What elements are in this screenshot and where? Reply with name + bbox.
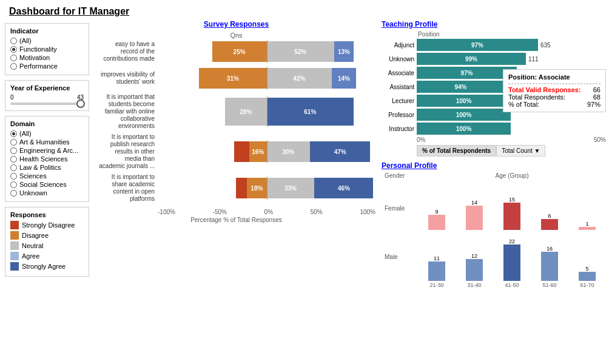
teaching-section: Teaching Profile Position Adjunct 97% 63…	[382, 20, 606, 157]
domain-all[interactable]: (All)	[10, 130, 84, 137]
tab-pct-respondents[interactable]: % of Total Respondents	[417, 145, 496, 157]
domain-social[interactable]: Social Sciences	[10, 181, 84, 188]
year-experience-title: Year of Experience	[10, 84, 84, 92]
radio-law[interactable]	[10, 164, 17, 171]
indicator-option-performance[interactable]: Performance	[10, 62, 84, 70]
tooltip-valid-label: Total Valid Responses:	[508, 86, 581, 93]
domain-unknown[interactable]: Unknown	[10, 189, 84, 197]
radio-performance[interactable]	[10, 63, 17, 70]
radio-all[interactable]	[10, 38, 17, 44]
q2-label: improves visibility of students' work	[97, 71, 158, 86]
q3-label: It is important that students become fam…	[97, 93, 158, 130]
indicator-option-motivation[interactable]: Motivation	[10, 54, 84, 61]
q3-bar: 28% 61%	[158, 96, 375, 127]
female-bar-31: 14	[466, 200, 483, 230]
responses-legend: Responses Strongly Disagree Disagree Neu…	[5, 207, 89, 277]
indicator-option-functionality[interactable]: Functionality	[10, 46, 84, 53]
age-x-labels: 21-30 31-40 41-50 51-60 61-70	[418, 282, 606, 288]
year-of-experience-filter: Year of Experience 0 43	[5, 80, 89, 111]
male-bar-51: 16	[541, 246, 558, 281]
t-row-adjunct: Adjunct 97% 635	[382, 39, 606, 51]
radio-functionality[interactable]	[10, 46, 17, 53]
male-bars: 11 12 22 16	[418, 232, 606, 281]
indicator-title: Indicator	[10, 27, 84, 35]
female-bar-31-40	[466, 206, 483, 230]
tooltip-pct-value: 97%	[587, 101, 601, 108]
female-bar-61: 1	[579, 221, 596, 230]
radio-sciences[interactable]	[10, 173, 17, 180]
legend-strongly-agree: Strongly Agree	[10, 262, 84, 271]
domain-health[interactable]: Health Sciences	[10, 155, 84, 163]
axis-line-2	[267, 67, 267, 90]
domain-sciences[interactable]: Sciences	[10, 172, 84, 180]
radio-engineering[interactable]	[10, 147, 17, 154]
survey-row-5: It is important to share academic conten…	[97, 174, 375, 203]
female-bar-51-60	[541, 219, 558, 230]
tooltip-pct-label: % of Total:	[508, 101, 539, 108]
legend-color-disagree	[10, 231, 19, 240]
age-chart: Age (Group) 9 14 15	[418, 172, 606, 288]
slider-track[interactable]	[10, 103, 84, 105]
tooltip-pct: % of Total: 97%	[508, 101, 601, 108]
male-label-container: Male	[385, 232, 418, 281]
q4-disagree: 16%	[249, 141, 267, 162]
radio-art[interactable]	[10, 139, 17, 146]
t-row-instructor: Instructor 100%	[382, 123, 606, 135]
male-bar-51-60	[541, 252, 558, 281]
radio-motivation[interactable]	[10, 55, 17, 61]
personal-title: Personal Profile	[382, 161, 606, 170]
legend-color-agree	[10, 252, 19, 260]
q1-neutral: 52%	[267, 41, 334, 62]
slider-thumb[interactable]	[76, 99, 85, 108]
male-bar-41-50	[503, 244, 520, 281]
legend-color-strongly-disagree	[10, 221, 19, 229]
personal-chart: Gender Female Male Age (Group) 9	[385, 172, 606, 288]
legend-strongly-disagree: Strongly Disagree	[10, 221, 84, 229]
q1-label: easy to have a record of the contributio…	[97, 41, 158, 62]
radio-social[interactable]	[10, 181, 17, 188]
female-bar-61-70	[579, 227, 596, 230]
q4-strongly-agree: 47%	[310, 141, 370, 162]
domain-art[interactable]: Art & Humanities	[10, 138, 84, 146]
female-bar-41-50	[503, 203, 520, 230]
legend-disagree: Disagree	[10, 231, 84, 240]
professor-bar: 100%	[417, 109, 511, 121]
age-header: Age (Group)	[418, 172, 606, 179]
position-label: Position	[418, 31, 606, 38]
legend-neutral: Neutral	[10, 241, 84, 250]
t-tab-row[interactable]: % of Total Respondents Total Count ▼	[417, 145, 606, 157]
q5-neutral: 33%	[267, 178, 315, 198]
q1-agree: 13%	[334, 41, 354, 62]
radio-unknown[interactable]	[10, 190, 17, 197]
radio-domain-all[interactable]	[10, 130, 17, 137]
domain-engineering[interactable]: Engineering & Arc...	[10, 147, 84, 154]
tooltip-respondents: Total Respondents: 68	[508, 93, 601, 101]
domain-law[interactable]: Law & Politics	[10, 164, 84, 171]
female-label-container: Female	[385, 184, 418, 232]
survey-row-4: It is important to publish research resu…	[97, 133, 375, 170]
male-bar-31-40	[466, 259, 483, 281]
associate-bar: 97%	[417, 67, 517, 79]
tab-total-count[interactable]: Total Count ▼	[496, 145, 545, 157]
survey-chart: easy to have a record of the contributio…	[97, 40, 375, 206]
right-panel: Teaching Profile Position Adjunct 97% 63…	[379, 20, 609, 364]
male-label: Male	[385, 254, 398, 260]
q1-bar: 25% 52% 13%	[158, 40, 375, 63]
survey-title: Survey Responses	[97, 20, 375, 29]
adjunct-bar: 97%	[417, 39, 538, 51]
q4-neutral: 30%	[267, 141, 311, 162]
q4-s-disagree	[234, 141, 249, 162]
female-bar-21: 9	[428, 209, 445, 230]
gender-header: Gender	[385, 172, 418, 179]
indicator-filter: Indicator (All) Functionality Motivation…	[5, 23, 89, 75]
radio-health[interactable]	[10, 156, 17, 163]
female-bars: 9 14 15 6	[418, 181, 606, 230]
teaching-chart-container: Adjunct 97% 635 Unknown 99% 111 Associat…	[382, 39, 606, 135]
teaching-title: Teaching Profile	[382, 20, 606, 29]
indicator-option-all[interactable]: (All)	[10, 37, 84, 44]
left-panel: Indicator (All) Functionality Motivation…	[0, 20, 94, 364]
legend-color-neutral	[10, 241, 19, 250]
female-bar-51: 6	[541, 213, 558, 230]
q4-label: It is important to publish research resu…	[97, 133, 158, 170]
male-bar-21: 11	[428, 255, 445, 281]
